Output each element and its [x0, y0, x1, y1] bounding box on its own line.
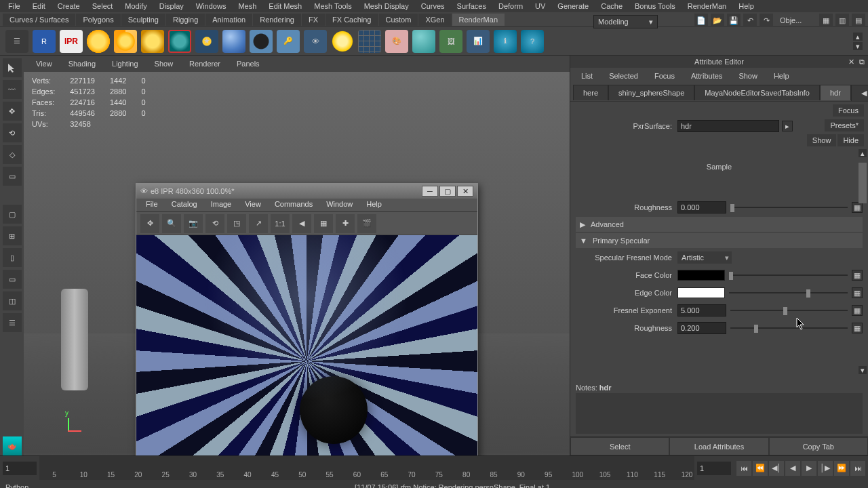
prev-key-icon[interactable]: ⏪ [753, 461, 768, 476]
roughness-field[interactable]: 0.000 [677, 201, 726, 214]
move-tool[interactable]: ✥ [3, 102, 22, 121]
sphere-light-icon[interactable] [222, 30, 245, 53]
attr-menu-attributes[interactable]: Attributes [684, 70, 729, 81]
save-scene-icon[interactable]: 💾 [727, 14, 741, 27]
timeline-ruler[interactable]: 5101520253035404550556065707580859095100… [39, 456, 694, 480]
rotate-tool[interactable]: ⟲ [3, 123, 22, 142]
rw-menu-commands[interactable]: Commands [269, 199, 318, 211]
point-light-icon[interactable] [87, 30, 110, 53]
stats-icon[interactable]: 📊 [467, 30, 490, 53]
step-back-icon[interactable]: ◀│ [769, 461, 784, 476]
menu-file[interactable]: File [3, 1, 26, 12]
menu-uv[interactable]: UV [530, 1, 551, 12]
viewport[interactable]: View Shading Lighting Show Renderer Pane… [24, 56, 570, 455]
menu-mesh-tools[interactable]: Mesh Tools [309, 1, 357, 12]
layout-persp[interactable]: ◫ [3, 291, 22, 310]
eye-icon[interactable]: 👁 [304, 30, 327, 53]
shelf-tab-animation[interactable]: Animation [205, 14, 252, 26]
open-scene-icon[interactable]: 📂 [711, 14, 724, 27]
scroll-down-icon[interactable]: ▾ [859, 366, 867, 374]
fresnel-exp-field[interactable]: 5.000 [677, 304, 726, 317]
select-button[interactable]: Select [570, 437, 669, 455]
help-icon[interactable]: ? [521, 30, 544, 53]
rw-add-icon[interactable]: ✚ [336, 214, 355, 233]
show-button[interactable]: Show [807, 134, 837, 146]
attr-tab-maya-node[interactable]: MayaNodeEditorSavedTabsInfo [694, 85, 820, 100]
area-light-icon[interactable] [141, 30, 164, 53]
top-extra-icon-2[interactable]: ▥ [835, 14, 849, 27]
new-scene-icon[interactable]: 📄 [694, 14, 708, 27]
shelf-scroll-down[interactable]: ▾ [853, 42, 863, 50]
vp-menu-renderer[interactable]: Renderer [182, 58, 227, 69]
dome-light-icon[interactable]: ★ [195, 30, 218, 53]
shelf-tab-renderman[interactable]: RenderMan [452, 14, 505, 26]
render-window[interactable]: 👁 e8 IPR 480x360 100.0%* ─ ▢ ✕ File Cata… [136, 183, 478, 455]
rw-zoom-11[interactable]: 1:1 [271, 214, 290, 233]
timeline-start-field[interactable]: 1 [3, 462, 37, 475]
menu-generate[interactable]: Generate [552, 1, 594, 12]
roughness-slider[interactable] [730, 201, 848, 214]
render-icon[interactable]: R [33, 30, 56, 53]
roughness2-slider[interactable] [730, 322, 848, 334]
menu-modify[interactable]: Modify [119, 1, 152, 12]
vp-menu-view[interactable]: View [29, 58, 59, 69]
shelf-tab-fxcaching[interactable]: FX Caching [326, 14, 378, 26]
menu-windows[interactable]: Windows [191, 1, 232, 12]
bulb-icon[interactable] [331, 30, 354, 53]
play-fwd-icon[interactable]: ▶ [802, 461, 816, 476]
undock-icon[interactable]: ⧉ [857, 57, 867, 66]
hide-button[interactable]: Hide [837, 134, 864, 146]
edge-color-swatch[interactable] [677, 287, 725, 298]
attr-menu-focus[interactable]: Focus [648, 70, 682, 81]
close-panel-icon[interactable]: ✕ [846, 57, 856, 66]
attr-menu-list[interactable]: List [574, 70, 599, 81]
presets-button[interactable]: Presets* [825, 119, 864, 131]
menu-mesh[interactable]: Mesh [233, 1, 262, 12]
advanced-section[interactable]: ▶ Advanced [576, 217, 863, 232]
mode-dropdown[interactable]: Modeling ▾ [593, 15, 658, 28]
rw-menu-image[interactable]: Image [205, 199, 237, 211]
grid-icon[interactable] [358, 30, 381, 53]
rw-pan-icon[interactable]: ✥ [140, 214, 159, 233]
rw-prev-icon[interactable]: ◀ [292, 214, 311, 233]
vp-menu-lighting[interactable]: Lighting [105, 58, 145, 69]
layout-single[interactable]: ▢ [3, 205, 22, 224]
maximize-button[interactable]: ▢ [439, 186, 456, 197]
rw-menu-catalog[interactable]: Catalog [166, 199, 203, 211]
roughness2-field[interactable]: 0.200 [677, 322, 726, 334]
image-icon[interactable]: 🖼 [439, 30, 462, 53]
rw-rotate-icon[interactable]: ⟲ [205, 214, 224, 233]
menu-select[interactable]: Select [87, 1, 119, 12]
menu-edit[interactable]: Edit [27, 1, 51, 12]
top-extra-icon-1[interactable]: ▦ [819, 14, 833, 27]
menu-cache[interactable]: Cache [595, 1, 628, 12]
spot-light-icon[interactable] [114, 30, 137, 53]
shelf-tab-sculpting[interactable]: Sculpting [121, 14, 165, 26]
lasso-tool[interactable]: 〰 [3, 80, 22, 99]
copy-tab-button[interactable]: Copy Tab [769, 437, 868, 455]
edge-color-slider[interactable] [729, 287, 848, 299]
attr-tab-shiny[interactable]: shiny_sphereShape [608, 85, 694, 100]
focus-button[interactable]: Focus [833, 104, 864, 117]
attr-tab-here[interactable]: here [573, 85, 608, 100]
globe-icon[interactable] [412, 30, 435, 53]
shelf-tab-polygons[interactable]: Polygons [76, 14, 120, 26]
shelf-scroll-up[interactable]: ▴ [853, 33, 863, 41]
marquee-tool[interactable]: ▭ [3, 167, 22, 186]
primary-specular-section[interactable]: ▼ Primary Specular [576, 233, 863, 248]
close-button[interactable]: ✕ [457, 186, 473, 197]
face-color-swatch[interactable] [677, 270, 725, 281]
teapot-icon[interactable]: 🫖 [3, 436, 22, 455]
script-lang-label[interactable]: Python [5, 483, 42, 488]
scroll-up-icon[interactable]: ▴ [859, 149, 867, 157]
layout-outliner[interactable]: ☰ [3, 313, 22, 332]
menu-deform[interactable]: Deform [493, 1, 528, 12]
menu-renderman[interactable]: RenderMan [682, 1, 732, 12]
scale-tool[interactable]: ◇ [3, 145, 22, 164]
go-end-icon[interactable]: ⏭ [850, 461, 865, 476]
timeline-current-field[interactable]: 1 [697, 462, 731, 475]
face-color-slider[interactable] [729, 269, 848, 281]
go-start-icon[interactable]: ⏮ [736, 461, 751, 476]
pxrsurface-field[interactable]: hdr [677, 120, 779, 132]
layout-vert[interactable]: ▯ [3, 248, 22, 267]
